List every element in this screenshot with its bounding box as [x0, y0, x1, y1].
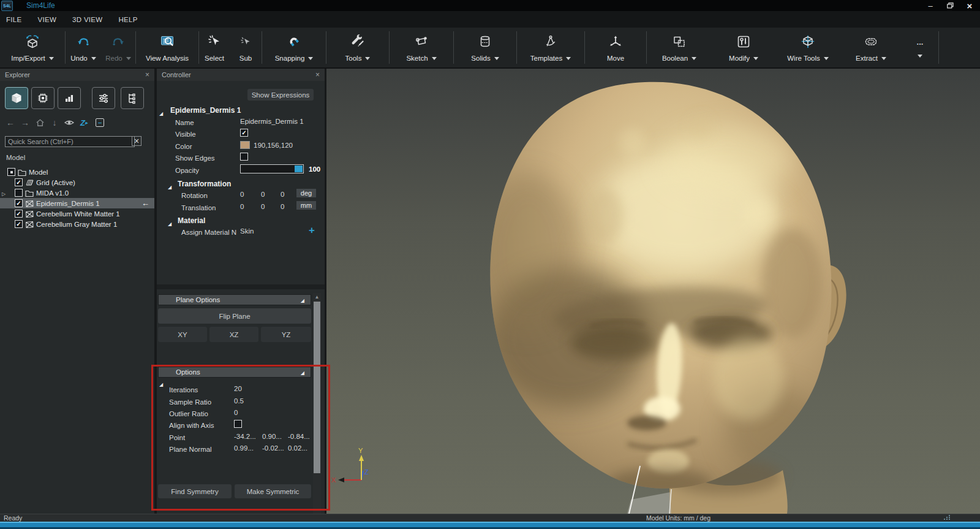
search-input[interactable] — [5, 136, 135, 147]
translation-z[interactable]: 0 — [281, 203, 284, 210]
visible-checkbox[interactable] — [240, 129, 248, 137]
dropdown-chevron-icon[interactable] — [566, 57, 571, 60]
tab-model[interactable] — [5, 87, 28, 109]
redo-button[interactable]: Redo — [101, 28, 135, 67]
checkbox-checked[interactable] — [15, 210, 23, 218]
rotation-z[interactable]: 0 — [281, 191, 284, 198]
tab-simulation[interactable] — [31, 87, 55, 109]
imp-export-button[interactable]: Imp/Export — [0, 28, 65, 67]
horizontal-splitter[interactable] — [157, 284, 325, 289]
checkbox-checked[interactable] — [15, 199, 23, 207]
translation-y[interactable]: 0 — [261, 203, 265, 210]
dropdown-chevron-icon[interactable] — [308, 57, 313, 60]
restore-button[interactable] — [944, 1, 956, 10]
boolean-button[interactable]: Boolean — [647, 28, 712, 67]
viewport-3d[interactable]: Z X Y — [326, 69, 980, 514]
modify-button[interactable]: Modify — [712, 28, 775, 67]
assign-material-value[interactable]: Skin — [240, 227, 254, 235]
back-arrow-icon[interactable]: ← — [4, 116, 17, 129]
templates-button[interactable]: Templates — [517, 28, 584, 67]
down-arrow-icon[interactable]: ↓ — [48, 116, 61, 129]
select-button[interactable]: Select — [199, 28, 230, 67]
dropdown-chevron-icon[interactable] — [824, 57, 829, 60]
transformation-header[interactable]: Transformation — [178, 179, 231, 188]
tools-button[interactable]: Tools — [326, 28, 389, 67]
dropdown-chevron-icon[interactable] — [49, 57, 54, 60]
tab-analysis[interactable] — [58, 87, 81, 109]
plane-yz-button[interactable]: YZ — [261, 327, 311, 342]
collapse-triangle-icon[interactable] — [168, 217, 172, 228]
home-icon[interactable] — [33, 116, 47, 129]
rotation-y[interactable]: 0 — [261, 191, 265, 198]
dropdown-chevron-icon[interactable] — [692, 57, 696, 60]
view-analysis-button[interactable]: View Analysis — [136, 28, 198, 67]
tree-item-grid[interactable]: Grid (Active) — [0, 177, 154, 188]
plane-xy-button[interactable]: XY — [158, 327, 207, 342]
entity-section-header[interactable]: Epidermis_Dermis 1 — [170, 105, 241, 115]
tree-item-cerebellum-white[interactable]: Cerebellum White Matter 1 — [0, 208, 154, 219]
menu-file[interactable]: FILE — [6, 16, 22, 23]
sub-select-button[interactable]: Sub — [230, 28, 262, 67]
checkbox-checked[interactable] — [15, 178, 23, 186]
more-tools-button[interactable]: ... — [902, 28, 938, 67]
opacity-slider-handle[interactable] — [295, 166, 303, 172]
rotation-x[interactable]: 0 — [240, 191, 244, 198]
material-header[interactable]: Material — [178, 216, 205, 225]
show-expressions-button[interactable]: Show Expressions — [247, 89, 314, 101]
translation-x[interactable]: 0 — [240, 203, 244, 210]
extract-button[interactable]: Extract — [840, 28, 902, 67]
tree-item-cerebellum-gray[interactable]: Cerebellum Gray Matter 1 — [0, 219, 154, 229]
minimize-button[interactable]: – — [925, 1, 936, 10]
menu-help[interactable]: HELP — [118, 16, 137, 23]
controller-close-icon[interactable]: × — [315, 70, 320, 79]
clear-search-icon[interactable]: ✕ — [132, 136, 141, 146]
plane-xz-button[interactable]: XZ — [209, 327, 258, 342]
tree-item-model[interactable]: Model — [0, 167, 154, 177]
tree-item-epidermis-dermis-selected[interactable]: Epidermis_Dermis 1 ← — [0, 198, 154, 208]
opacity-slider[interactable] — [240, 164, 304, 173]
menu-view[interactable]: VIEW — [38, 16, 57, 23]
color-value[interactable]: 190,156,120 — [254, 142, 293, 149]
flip-plane-button[interactable]: Flip Plane — [158, 308, 311, 324]
move-button[interactable]: Move — [585, 28, 646, 67]
collapse-triangle-icon[interactable] — [159, 107, 163, 118]
tab-hierarchy[interactable] — [121, 87, 144, 109]
menu-3d-view[interactable]: 3D VIEW — [72, 16, 102, 23]
app-logo: S4L — [1, 1, 13, 11]
scroll-up-icon[interactable]: ▲ — [313, 293, 321, 300]
tab-settings[interactable] — [92, 87, 115, 109]
dropdown-chevron-icon[interactable] — [432, 57, 437, 60]
close-button[interactable]: × — [964, 1, 975, 10]
visibility-eye-icon[interactable] — [62, 116, 76, 129]
checkbox-unchecked[interactable] — [15, 189, 23, 197]
wire-tools-button[interactable]: Wire Tools — [775, 28, 840, 67]
explorer-close-icon[interactable]: × — [145, 70, 149, 79]
collapse-triangle-icon[interactable] — [168, 180, 172, 191]
opacity-value[interactable]: 100 — [309, 166, 320, 173]
tree-item-mida[interactable]: MIDA v1.0 — [0, 188, 154, 198]
sketch-button[interactable]: Sketch — [390, 28, 453, 67]
solids-button[interactable]: Solids — [454, 28, 516, 67]
checkbox-checked[interactable] — [15, 220, 23, 228]
name-value[interactable]: Epidermis_Dermis 1 — [240, 118, 304, 125]
forward-arrow-icon[interactable]: → — [18, 116, 32, 129]
dropdown-chevron-icon[interactable] — [494, 57, 499, 60]
dropdown-chevron-icon[interactable] — [126, 57, 131, 60]
undo-button[interactable]: Undo — [66, 28, 101, 67]
import-export-icon — [24, 32, 40, 51]
resize-grip-icon[interactable] — [943, 514, 951, 522]
dropdown-chevron-icon[interactable] — [91, 57, 96, 60]
collapse-all-icon[interactable]: – — [93, 116, 107, 129]
expander-icon[interactable] — [0, 189, 7, 197]
dropdown-chevron-icon[interactable] — [918, 55, 922, 58]
plane-options-header[interactable]: Plane Options — [158, 294, 311, 305]
checkbox-partial[interactable] — [7, 168, 15, 176]
dropdown-chevron-icon[interactable] — [881, 57, 886, 60]
dropdown-chevron-icon[interactable] — [753, 57, 758, 60]
show-edges-checkbox[interactable] — [240, 153, 248, 161]
zoom-to-icon[interactable]: Z▸ — [77, 116, 91, 129]
add-material-icon[interactable]: + — [309, 224, 315, 237]
snapping-button[interactable]: Snapping — [262, 28, 326, 67]
dropdown-chevron-icon[interactable] — [365, 57, 370, 60]
color-swatch[interactable] — [240, 141, 250, 149]
